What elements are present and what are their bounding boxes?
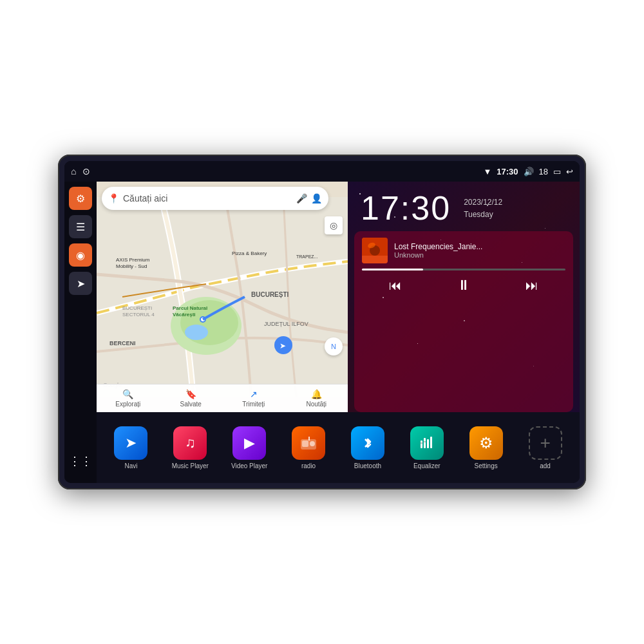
map-search-bar[interactable]: 📍 Căutați aici 🎤 👤: [102, 187, 328, 210]
music-label: Music Player: [172, 462, 209, 469]
map-tab-share[interactable]: ↗ Trimiteți: [222, 389, 285, 408]
svg-rect-25: [302, 440, 308, 447]
app-navi[interactable]: ➤ Navi: [103, 426, 159, 469]
svg-text:AXIS Premium: AXIS Premium: [116, 257, 150, 263]
svg-rect-33: [424, 441, 426, 442]
navi-arrow-icon: ➤: [125, 435, 137, 451]
svg-text:JUDEȚUL ILFOV: JUDEȚUL ILFOV: [264, 321, 308, 327]
settings-app-icon: ⚙: [469, 426, 503, 460]
status-left: ⌂ ⊙: [71, 166, 90, 176]
main-content: ⚙ ☰ ◉ ➤ ⋮⋮: [64, 182, 580, 483]
top-panels: AXIS Premium Mobility - Sud Pizza & Bake…: [97, 182, 580, 412]
sidebar-menu-icon[interactable]: ☰: [69, 215, 92, 238]
equalizer-label: Equalizer: [413, 462, 440, 469]
app-radio[interactable]: radio: [281, 426, 337, 469]
compass-button[interactable]: N: [325, 337, 343, 355]
navi-label: Navi: [124, 462, 137, 469]
battery-level: 18: [539, 167, 548, 176]
svg-text:Parcul Natural: Parcul Natural: [173, 305, 207, 311]
saved-icon: 🔖: [185, 389, 196, 399]
radio-label: radio: [301, 462, 316, 469]
svg-text:Pizza & Bakery: Pizza & Bakery: [232, 251, 267, 256]
svg-point-26: [310, 441, 315, 446]
map-tab-saved[interactable]: 🔖 Salvate: [160, 389, 223, 408]
map-bottom-tabs: 🔍 Explorați 🔖 Salvate ↗ Trimiteți: [97, 384, 348, 412]
stars-background: [348, 182, 580, 412]
music-progress-fill: [362, 269, 423, 270]
maps-status-icon[interactable]: ⊙: [82, 166, 90, 176]
news-label: Noutăți: [306, 401, 327, 408]
status-time: 17:30: [497, 167, 518, 176]
play-icon: ▶: [244, 435, 255, 451]
video-label: Video Player: [231, 462, 268, 469]
add-app-icon: +: [529, 426, 562, 460]
sidebar-settings-icon[interactable]: ⚙: [69, 187, 92, 210]
settings-label: Settings: [475, 462, 498, 469]
settings-icon: ⚙: [76, 193, 85, 205]
menu-icon: ☰: [76, 221, 85, 233]
sidebar-maps-icon[interactable]: ◉: [69, 243, 92, 267]
svg-rect-0: [97, 197, 348, 397]
grid-icon: ⋮⋮: [69, 454, 92, 468]
wifi-icon: ▼: [483, 167, 491, 176]
svg-rect-30: [427, 439, 429, 448]
svg-text:BUCUREȘTI: BUCUREȘTI: [122, 305, 152, 311]
app-settings[interactable]: ⚙ Settings: [458, 426, 514, 469]
svg-rect-29: [424, 438, 426, 448]
svg-rect-27: [308, 437, 310, 440]
sidebar-nav-icon[interactable]: ➤: [69, 272, 92, 295]
svg-rect-31: [430, 437, 432, 448]
explore-label: Explorați: [115, 401, 140, 408]
google-maps-pin-icon: 📍: [108, 193, 119, 204]
music-note-icon: ♫: [185, 435, 196, 451]
map-pin-sidebar-icon: ◉: [76, 249, 85, 261]
app-bluetooth[interactable]: Bluetooth: [340, 426, 396, 469]
app-music[interactable]: ♫ Music Player: [162, 426, 218, 469]
back-icon[interactable]: ↩: [566, 167, 573, 176]
music-progress-bar[interactable]: [362, 269, 565, 270]
map-tab-explore[interactable]: 🔍 Explorați: [97, 389, 160, 408]
music-icon: ♫: [173, 426, 207, 460]
plus-icon: +: [540, 434, 550, 452]
svg-point-3: [185, 325, 208, 340]
map-tab-news[interactable]: 🔔 Noutăți: [285, 389, 348, 408]
map-panel[interactable]: AXIS Premium Mobility - Sud Pizza & Bake…: [97, 182, 348, 412]
svg-text:Mobility - Sud: Mobility - Sud: [116, 263, 147, 269]
svg-text:TRAPEZ...: TRAPEZ...: [296, 254, 318, 259]
compass-icon: N: [331, 343, 336, 350]
content-area: AXIS Premium Mobility - Sud Pizza & Bake…: [97, 182, 580, 483]
map-search-text: Căutați aici: [123, 193, 292, 204]
home-icon[interactable]: ⌂: [71, 166, 76, 176]
explore-icon: 🔍: [122, 389, 133, 399]
status-bar: ⌂ ⊙ ▼ 17:30 🔊 18 ▭ ↩: [64, 161, 580, 182]
svg-text:BERCENI: BERCENI: [109, 340, 136, 346]
radio-icon: [292, 426, 325, 460]
car-head-unit: ⌂ ⊙ ▼ 17:30 🔊 18 ▭ ↩ ⚙ ☰: [58, 155, 586, 489]
sidebar-grid-icon[interactable]: ⋮⋮: [69, 450, 92, 473]
add-label: add: [540, 462, 551, 469]
map-view[interactable]: AXIS Premium Mobility - Sud Pizza & Bake…: [97, 182, 348, 412]
share-icon: ↗: [250, 389, 258, 399]
equalizer-icon: [410, 426, 444, 460]
app-equalizer[interactable]: Equalizer: [399, 426, 455, 469]
battery-icon: ▭: [553, 167, 561, 176]
bluetooth-label: Bluetooth: [354, 462, 381, 469]
target-icon: ◎: [330, 220, 337, 231]
svg-rect-32: [421, 442, 422, 444]
profile-icon[interactable]: 👤: [311, 193, 322, 204]
video-icon: ▶: [232, 426, 266, 460]
sidebar: ⚙ ☰ ◉ ➤ ⋮⋮: [64, 182, 97, 483]
bluetooth-icon: [351, 426, 384, 460]
location-button[interactable]: ◎: [325, 216, 343, 234]
app-video[interactable]: ▶ Video Player: [222, 426, 278, 469]
mic-icon[interactable]: 🎤: [296, 193, 307, 204]
volume-icon: 🔊: [524, 167, 534, 176]
saved-label: Salvate: [180, 401, 202, 408]
news-icon: 🔔: [311, 389, 322, 399]
app-add[interactable]: + add: [517, 426, 573, 469]
gear-icon: ⚙: [479, 434, 493, 452]
svg-text:➤: ➤: [279, 341, 286, 350]
share-label: Trimiteți: [242, 401, 265, 408]
svg-text:BUCUREȘTI: BUCUREȘTI: [251, 291, 289, 298]
app-launcher: ➤ Navi ♫ Music Player ▶ Vid: [97, 412, 580, 483]
